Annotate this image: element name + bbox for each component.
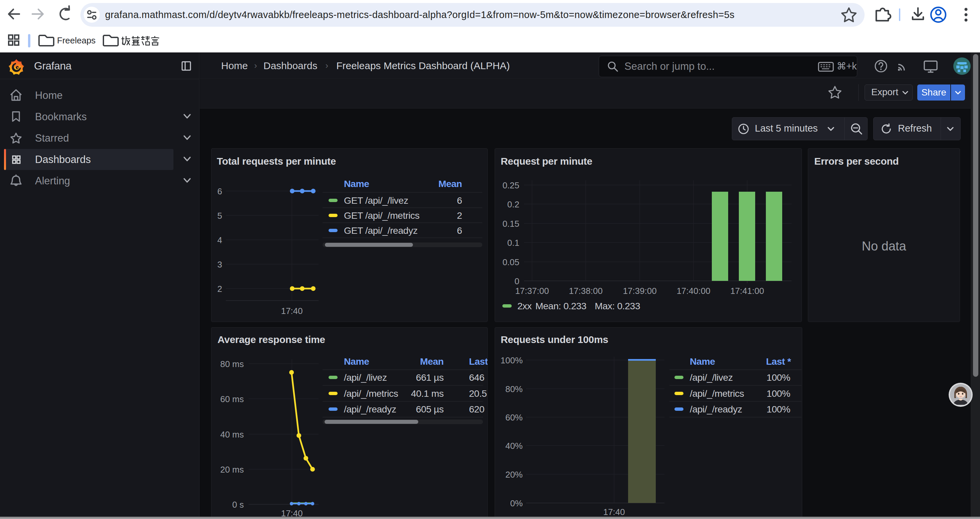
- svg-text:Last *: Last *: [766, 356, 791, 367]
- svg-text:40.1 ms: 40.1 ms: [411, 388, 444, 399]
- svg-text:646: 646: [469, 372, 484, 383]
- svg-text:661 µs: 661 µs: [416, 372, 444, 383]
- svg-text:5: 5: [218, 211, 222, 221]
- svg-text:6: 6: [457, 195, 462, 206]
- svg-text:20 ms: 20 ms: [220, 465, 244, 474]
- svg-text:605 µs: 605 µs: [416, 404, 444, 414]
- svg-text:2xx: 2xx: [517, 300, 532, 311]
- svg-text:100%: 100%: [501, 355, 523, 366]
- svg-text:Last: Last: [469, 356, 488, 367]
- svg-text:Mean: Mean: [438, 178, 462, 189]
- svg-text:6: 6: [218, 186, 222, 196]
- svg-text:/api/_/readyz: /api/_/readyz: [690, 404, 742, 414]
- svg-text:2: 2: [457, 210, 462, 221]
- svg-text:0%: 0%: [510, 498, 523, 508]
- svg-text:17:40: 17:40: [281, 306, 302, 316]
- svg-text:60 ms: 60 ms: [220, 394, 244, 404]
- svg-text:0: 0: [515, 276, 519, 286]
- svg-text:/api/_/metrics: /api/_/metrics: [344, 388, 398, 399]
- svg-text:17:40: 17:40: [603, 507, 625, 517]
- svg-text:20%: 20%: [505, 469, 523, 480]
- svg-text:17:41:00: 17:41:00: [730, 286, 764, 296]
- svg-text:100%: 100%: [767, 388, 790, 399]
- svg-text:100%: 100%: [767, 404, 790, 414]
- svg-text:/api/_/metrics: /api/_/metrics: [690, 388, 744, 399]
- svg-text:100%: 100%: [767, 372, 790, 383]
- svg-text:60%: 60%: [505, 412, 523, 423]
- svg-text:620: 620: [469, 404, 484, 414]
- svg-text:/api/_/livez: /api/_/livez: [344, 372, 387, 383]
- svg-text:Max: 0.233: Max: 0.233: [595, 300, 640, 311]
- svg-text:40 ms: 40 ms: [220, 430, 244, 439]
- svg-text:/api/_/readyz: /api/_/readyz: [344, 404, 396, 414]
- svg-text:Name: Name: [690, 356, 715, 367]
- svg-text:GET /api/_/readyz: GET /api/_/readyz: [344, 225, 418, 236]
- svg-text:Name: Name: [344, 356, 369, 367]
- svg-text:Mean: 0.233: Mean: 0.233: [535, 300, 586, 311]
- svg-text:17:40:00: 17:40:00: [676, 286, 710, 296]
- svg-text:Mean: Mean: [420, 356, 444, 367]
- svg-text:2: 2: [218, 284, 222, 294]
- svg-text:4: 4: [218, 235, 222, 245]
- svg-text:GET /api/_/livez: GET /api/_/livez: [344, 195, 408, 206]
- svg-text:0.05: 0.05: [502, 257, 519, 267]
- svg-text:0.2: 0.2: [508, 200, 519, 209]
- svg-text:Name: Name: [344, 178, 369, 189]
- svg-text:GET /api/_/metrics: GET /api/_/metrics: [344, 210, 420, 221]
- svg-text:6: 6: [457, 225, 462, 236]
- svg-text:17:37:00: 17:37:00: [515, 286, 549, 296]
- svg-text:0 s: 0 s: [232, 500, 244, 509]
- svg-text:17:38:00: 17:38:00: [569, 286, 602, 296]
- svg-text:80%: 80%: [505, 384, 523, 394]
- svg-text:0.15: 0.15: [502, 219, 519, 229]
- svg-text:80 ms: 80 ms: [220, 359, 244, 369]
- svg-text:0.25: 0.25: [502, 180, 519, 190]
- svg-text:17:39:00: 17:39:00: [623, 286, 657, 296]
- svg-text:40%: 40%: [505, 441, 523, 451]
- svg-text:20.5 r: 20.5 r: [469, 388, 488, 399]
- svg-text:0.1: 0.1: [508, 238, 519, 248]
- svg-text:3: 3: [218, 260, 222, 270]
- svg-text:/api/_/livez: /api/_/livez: [690, 372, 733, 383]
